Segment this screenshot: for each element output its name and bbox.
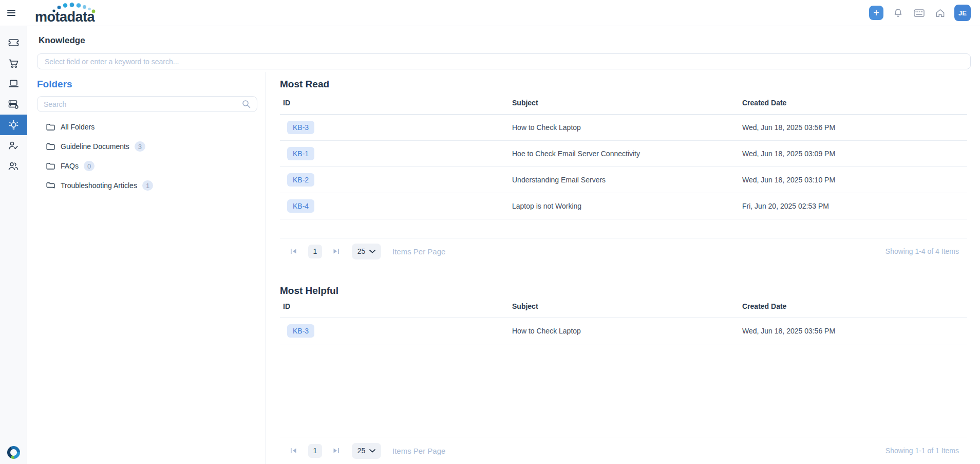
first-page-icon — [290, 448, 297, 454]
items-per-page-select[interactable]: 25 — [352, 244, 381, 259]
users-icon — [8, 162, 18, 171]
top-bar: motadata + — [0, 0, 980, 26]
most-read-title: Most Read — [280, 78, 967, 90]
cart-icon — [8, 59, 19, 68]
chevron-down-icon — [369, 449, 375, 453]
row-created-date: Wed, Jun 18, 2025 03:56 PM — [742, 327, 967, 335]
table-row[interactable]: KB-3 How to Check Laptop Wed, Jun 18, 20… — [280, 318, 967, 344]
table-row[interactable]: KB-3 How to Check Laptop Wed, Jun 18, 20… — [280, 115, 967, 141]
column-header-created-date: Created Date — [742, 302, 967, 311]
page-title: Knowledge — [39, 35, 980, 46]
most-read-table-header: ID Subject Created Date — [280, 99, 967, 115]
global-search-input[interactable] — [37, 53, 971, 69]
row-subject[interactable]: How to Check Laptop — [512, 327, 742, 335]
showing-items-text: Showing 1-1 of 1 Items — [885, 447, 967, 455]
logo-text: motadata — [35, 9, 96, 24]
kb-id-pill[interactable]: KB-3 — [287, 121, 314, 134]
kb-id-pill[interactable]: KB-3 — [287, 324, 314, 338]
app-window: motadata + — [0, 0, 980, 464]
hamburger-menu-button[interactable] — [0, 0, 23, 26]
folder-label: All Folders — [61, 123, 95, 131]
items-per-page-label: Items Per Page — [392, 247, 445, 256]
items-per-page-label: Items Per Page — [392, 447, 445, 455]
column-header-subject: Subject — [512, 302, 742, 311]
motadata-mark-icon — [7, 446, 20, 459]
sidebar-item-requests[interactable] — [0, 32, 27, 53]
column-header-id: ID — [280, 302, 512, 311]
knowledge-content-pane: Most Read ID Subject Created Date KB-3 H… — [266, 72, 980, 464]
ticket-icon — [8, 39, 19, 47]
folder-icon — [46, 182, 55, 189]
sidebar-item-knowledge[interactable] — [0, 115, 27, 135]
folder-search-input[interactable] — [44, 100, 242, 108]
user-check-icon — [8, 141, 18, 150]
table-row[interactable]: KB-2 Understanding Email Servers Wed, Ju… — [280, 167, 967, 193]
most-helpful-table-header: ID Subject Created Date — [280, 302, 967, 318]
folder-label: Guideline Documents — [61, 142, 129, 151]
create-new-button[interactable]: + — [869, 6, 883, 20]
folders-heading: Folders — [37, 78, 257, 90]
kb-id-pill[interactable]: KB-2 — [287, 173, 314, 187]
folder-icon — [46, 162, 55, 170]
home-icon[interactable] — [933, 6, 947, 20]
last-page-icon — [333, 448, 340, 454]
column-header-created-date: Created Date — [742, 99, 967, 107]
search-icon — [242, 100, 251, 108]
folder-item-guideline-documents[interactable]: Guideline Documents 3 — [37, 137, 257, 156]
keyboard-shortcuts-icon[interactable] — [912, 6, 926, 20]
per-page-value: 25 — [357, 247, 366, 255]
sidebar-item-approvals[interactable] — [0, 135, 27, 156]
laptop-icon — [8, 80, 19, 88]
folder-count-badge: 1 — [142, 180, 153, 191]
folder-search-box — [37, 96, 257, 112]
folder-icon — [46, 143, 55, 150]
main-content: Knowledge Folders — [27, 26, 980, 464]
folder-icon — [46, 123, 55, 131]
motadata-logo-icon: motadata — [35, 2, 106, 24]
row-subject[interactable]: Understanding Email Servers — [512, 176, 742, 184]
row-subject[interactable]: Laptop is not Working — [512, 202, 742, 210]
row-subject[interactable]: Hoe to Check Email Server Connectivity — [512, 150, 742, 158]
kb-id-pill[interactable]: KB-1 — [287, 147, 314, 160]
bulb-icon — [8, 120, 19, 131]
first-page-icon — [290, 248, 297, 254]
folders-panel: Folders All Folders — [27, 72, 266, 464]
sidebar-item-cmdb[interactable] — [0, 94, 27, 115]
per-page-value: 25 — [357, 447, 366, 455]
sidebar-item-assets[interactable] — [0, 73, 27, 94]
most-helpful-pagination: 1 25 Items — [280, 437, 967, 464]
first-page-button[interactable] — [287, 444, 300, 457]
user-avatar[interactable]: JE — [954, 5, 971, 21]
topbar-actions: + JE — [869, 5, 971, 21]
notifications-bell-icon[interactable] — [891, 6, 904, 20]
folder-count-badge: 0 — [84, 161, 95, 171]
folder-item-all-folders[interactable]: All Folders — [37, 117, 257, 137]
column-header-subject: Subject — [512, 99, 742, 107]
page-number-button[interactable]: 1 — [308, 245, 322, 258]
row-subject[interactable]: How to Check Laptop — [512, 123, 742, 132]
row-created-date: Wed, Jun 18, 2025 03:56 PM — [742, 123, 967, 132]
last-page-button[interactable] — [329, 245, 343, 258]
server-gear-icon — [8, 100, 19, 109]
folder-label: FAQs — [61, 162, 79, 170]
last-page-icon — [333, 248, 340, 254]
page-number-button[interactable]: 1 — [308, 444, 322, 458]
folder-item-faqs[interactable]: FAQs 0 — [37, 156, 257, 176]
last-page-button[interactable] — [329, 444, 343, 457]
table-row[interactable]: KB-4 Laptop is not Working Fri, Jun 20, … — [280, 193, 967, 219]
folder-count-badge: 3 — [135, 141, 145, 152]
kb-id-pill[interactable]: KB-4 — [287, 199, 314, 213]
items-per-page-select[interactable]: 25 — [352, 443, 381, 459]
sidebar-item-purchase[interactable] — [0, 53, 27, 73]
row-created-date: Fri, Jun 20, 2025 02:53 PM — [742, 202, 967, 210]
sidebar-item-users[interactable] — [0, 156, 27, 176]
folder-label: Troubleshooting Articles — [61, 181, 137, 190]
folder-item-troubleshooting-articles[interactable]: Troubleshooting Articles 1 — [37, 176, 257, 195]
folder-list: All Folders Guideline Documents 3 — [37, 117, 257, 195]
most-read-pagination: 1 25 Items — [280, 238, 967, 264]
left-sidebar — [0, 26, 27, 464]
row-created-date: Wed, Jun 18, 2025 03:09 PM — [742, 150, 967, 158]
motadata-logo[interactable]: motadata — [35, 2, 106, 24]
table-row[interactable]: KB-1 Hoe to Check Email Server Connectiv… — [280, 141, 967, 167]
first-page-button[interactable] — [287, 245, 300, 258]
